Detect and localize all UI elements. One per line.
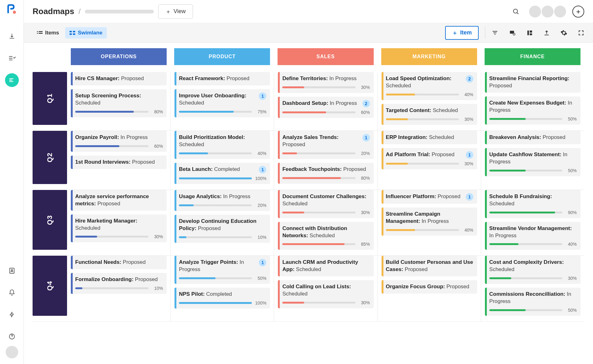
roadmap-card[interactable]: Organize Focus Group: Proposed [382,280,477,294]
roadmap-card[interactable]: Create New Expenses Budget: In Progress5… [485,96,580,125]
roadmap-card[interactable]: Document Customer Challenges: Scheduled3… [278,190,373,218]
roadmap-card[interactable]: Organize Payroll: In Progress60% [71,131,167,152]
roadmap-card[interactable]: Analyze Trigger Points: In Progress150% [174,256,270,284]
svg-rect-18 [530,33,532,35]
plus-icon: ＋ [165,8,171,15]
cell-q1-sales: Define Territories: In Progress30%Dashbo… [274,72,377,131]
roadmap-card[interactable]: React Framework: Proposed [174,72,270,85]
card-title: Document Customer Challenges: Scheduled [282,193,370,208]
roadmap-card[interactable]: Beta Launch: Completed1100% [174,163,270,184]
progress-bar [386,118,459,120]
roadmap-card[interactable]: Schedule B Fundraising: Scheduled90% [485,190,580,218]
card-title: NPS Pilot: Completed [179,291,266,298]
roadmap-card[interactable]: Functional Needs: Proposed [71,256,167,269]
roadmap-card[interactable]: Hire Marketing Manager: Scheduled30% [71,214,167,243]
cell-q1-marketing: Load Speed Optimization: Scheduled240%Ta… [377,72,481,131]
link-settings-icon[interactable] [509,30,516,36]
progress-percent: 30% [152,234,163,239]
svg-point-0 [13,11,16,14]
svg-rect-9 [70,31,72,32]
cell-q3-marketing: Influencer Platform: Proposed1Streamline… [377,190,481,256]
tab-items[interactable]: Items [33,27,63,38]
add-view-button[interactable]: ＋ View [158,4,193,19]
roadmap-card[interactable]: Influencer Platform: Proposed1 [382,190,477,204]
progress-bar [489,277,562,279]
card-badge: 1 [466,151,473,159]
roadmap-card[interactable]: Setup Screening Process: Scheduled80% [71,89,167,117]
row-label-q3: Q3 [33,190,67,250]
roadmap-card[interactable]: Build Customer Personas and Use Cases: P… [382,256,477,276]
fullscreen-icon[interactable] [578,30,584,36]
roadmap-icon[interactable] [5,73,19,87]
app-logo[interactable] [6,4,18,15]
roadmap-card[interactable]: Targeted Content: Scheduled30% [382,104,477,125]
roadmap-card[interactable]: Commissions Reconcilliation: In Progress… [485,288,580,316]
roadmap-card[interactable]: Cost and Complexity Drivers: Scheduled30… [485,256,580,284]
roadmap-card[interactable]: Launch CRM and Productivity App: Schedul… [278,256,373,276]
roadmap-card[interactable]: NPS Pilot: Completed100% [174,288,270,309]
roadmap-card[interactable]: Streamline Vendor Management: In Progres… [485,222,580,250]
column-header-finance[interactable]: FINANCE [485,48,580,65]
roadmap-card[interactable]: Ad Platform Trial: Proposed130% [382,148,477,169]
progress-bar [386,94,459,95]
progress-bar [489,243,562,245]
column-header-product[interactable]: PRODUCT [174,48,270,65]
progress-percent: 100% [255,300,266,305]
settings-icon[interactable] [560,29,567,36]
roadmap-card[interactable]: Dashboard Setup: In Progress260% [278,97,373,118]
avatar[interactable] [529,6,541,18]
help-icon[interactable] [5,330,19,343]
card-title: Cost and Complexity Drivers: Scheduled [489,259,577,273]
roadmap-card[interactable]: Breakeven Analysis: Proposed [485,131,580,144]
tab-swimlane[interactable]: Swimlane [65,27,107,38]
column-header-operations[interactable]: OPERATIONS [71,48,167,65]
progress-bar [386,229,459,231]
progress-bar [489,212,562,213]
bell-icon[interactable] [5,286,19,300]
progress-percent: 30% [462,117,473,122]
add-item-button[interactable]: ＋ Item [445,26,479,40]
download-icon[interactable] [5,29,19,43]
progress-bar [282,111,355,113]
add-collaborator-button[interactable]: ＋ [572,6,584,18]
card-badge: 2 [466,75,473,83]
progress-percent: 50% [565,116,577,121]
progress-percent: 50% [255,276,266,281]
roadmap-card[interactable]: Streamline Campaign Management: In Progr… [382,208,477,236]
roadmap-card[interactable]: Load Speed Optimization: Scheduled240% [382,72,477,100]
roadmap-card[interactable]: Usage Analytics: In Progress20% [174,190,270,211]
svg-rect-17 [530,30,532,33]
card-title: Targeted Content: Scheduled [386,107,473,114]
card-title: 1st Round Interviews: Proposed [75,159,163,166]
search-icon[interactable] [512,8,520,15]
avatar[interactable] [542,6,554,18]
layout-icon[interactable] [527,30,533,36]
roadmap-card[interactable]: Improve User Onboarding: Scheduled175% [174,89,270,117]
export-icon[interactable] [544,30,550,36]
filter-icon[interactable] [492,30,498,36]
roadmap-card[interactable]: Connect with Distribution Networks: Sche… [278,222,373,250]
bolt-icon[interactable] [5,308,19,321]
contacts-icon[interactable] [5,264,19,278]
roadmap-card[interactable]: Analyze Sales Trends: Proposed120% [278,131,373,159]
roadmap-card[interactable]: ERP Integration: Scheduled [382,131,477,144]
roadmap-card[interactable]: Hire CS Manager: Proposed [71,72,167,85]
svg-rect-10 [73,31,75,32]
progress-bar [489,118,562,120]
cell-q1-finance: Streamline Financial Reporting: Proposed… [481,72,584,131]
roadmap-card[interactable]: Analyze service performance metrics: Pro… [71,190,167,211]
roadmap-card[interactable]: Feedback Touchpoints: Proposed80% [278,163,373,184]
avatar[interactable] [554,6,566,18]
user-avatar[interactable] [6,346,18,358]
roadmap-card[interactable]: Define Territories: In Progress30% [278,72,373,93]
roadmap-card[interactable]: Formalize Onboarding: Proposed10% [71,273,167,294]
column-header-marketing[interactable]: MARKETING [381,48,477,65]
list-check-icon[interactable] [5,51,19,65]
roadmap-card[interactable]: Develop Continuing Education Policy: Pro… [174,215,270,243]
roadmap-card[interactable]: Update Cashflow Statement: In Progress50… [485,148,580,176]
roadmap-card[interactable]: Build Prioritization Model: Scheduled40% [174,131,270,159]
roadmap-card[interactable]: Cold Calling on Lead Lists: Scheduled30% [278,280,373,308]
roadmap-card[interactable]: 1st Round Interviews: Proposed [71,156,167,169]
column-header-sales[interactable]: SALES [278,48,373,65]
roadmap-card[interactable]: Streamline Financial Reporting: Proposed [485,72,580,93]
